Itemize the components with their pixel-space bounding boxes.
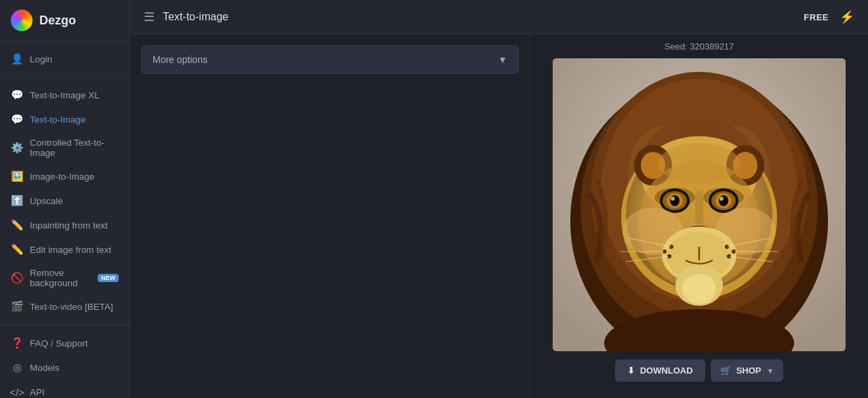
chevron-down-icon: ▼: [498, 54, 507, 65]
sidebar-item-login[interactable]: 👤 Login: [0, 47, 130, 71]
models-icon: ◎: [11, 361, 23, 374]
sidebar-api-label: API: [30, 387, 45, 397]
sidebar-item-remove-background[interactable]: 🚫 Remove background NEW: [0, 262, 130, 294]
hamburger-icon[interactable]: ☰: [144, 9, 155, 24]
sidebar-nav-section: 💬 Text-to-Image XL 💬 Text-to-Image ⚙️ Co…: [0, 77, 130, 325]
app-logo-icon: [11, 9, 33, 31]
upscale-icon: ⬆️: [11, 195, 23, 207]
sidebar-item-text-to-image-xl[interactable]: 💬 Text-to-Image XL: [0, 83, 130, 107]
shop-chevron-icon: ▼: [766, 367, 774, 375]
action-buttons: ⬇ DOWNLOAD 🛒 SHOP ▼: [615, 359, 784, 382]
sidebar-item-api[interactable]: </> API: [0, 380, 130, 398]
topbar-right: FREE ⚡: [804, 9, 854, 24]
sidebar-login-label: Login: [30, 54, 52, 64]
sidebar-item-label: Text-to-Image XL: [30, 90, 100, 100]
edit-image-icon: ✏️: [11, 243, 23, 256]
sidebar-item-label: Upscale: [30, 196, 63, 206]
left-panel: More options ▼: [130, 35, 530, 398]
download-label: DOWNLOAD: [640, 365, 693, 376]
sidebar-item-label: Text-to-video [BETA]: [30, 302, 113, 312]
page-title: Text-to-image: [163, 11, 229, 23]
text-to-image-xl-icon: 💬: [11, 89, 23, 101]
shop-button[interactable]: 🛒 SHOP ▼: [711, 359, 784, 382]
bolt-icon[interactable]: ⚡: [840, 9, 854, 24]
generated-image: [553, 58, 846, 351]
sidebar-item-label: Image-to-Image: [30, 172, 94, 182]
more-options-label: More options: [153, 54, 208, 65]
svg-point-26: [719, 195, 728, 206]
sidebar-faq-label: FAQ / Support: [30, 338, 88, 349]
inpainting-icon: ✏️: [11, 219, 23, 231]
svg-point-28: [719, 197, 724, 201]
remove-bg-icon: 🚫: [11, 272, 23, 284]
download-button[interactable]: ⬇ DOWNLOAD: [615, 359, 705, 382]
free-badge: FREE: [804, 12, 829, 22]
sidebar-item-label: Edit image from text: [30, 245, 111, 255]
sidebar: Dezgo 👤 Login 💬 Text-to-Image XL 💬 Text-…: [0, 0, 130, 398]
sidebar-logo[interactable]: Dezgo: [0, 0, 130, 41]
sidebar-item-text-to-video[interactable]: 🎬 Text-to-video [BETA]: [0, 294, 130, 319]
api-icon: </>: [11, 386, 23, 398]
new-badge: NEW: [98, 274, 119, 282]
topbar: ☰ Text-to-image FREE ⚡: [130, 0, 868, 35]
sidebar-item-text-to-image[interactable]: 💬 Text-to-Image: [0, 107, 130, 132]
svg-point-52: [658, 143, 740, 184]
text-to-video-icon: 🎬: [11, 300, 23, 313]
sidebar-item-label: Inpainting from text: [30, 220, 108, 231]
text-to-image-icon: 💬: [11, 113, 23, 125]
sidebar-item-inpainting[interactable]: ✏️ Inpainting from text: [0, 213, 130, 237]
svg-point-27: [671, 197, 675, 201]
shop-label: SHOP: [736, 365, 762, 376]
lion-svg: [553, 58, 846, 351]
app-name: Dezgo: [39, 14, 76, 28]
sidebar-item-label: Remove background: [30, 268, 88, 288]
svg-rect-29: [695, 191, 703, 224]
cart-icon: 🛒: [720, 365, 731, 376]
svg-point-25: [670, 195, 679, 206]
topbar-left: ☰ Text-to-image: [144, 9, 229, 24]
controlled-icon: ⚙️: [11, 142, 23, 154]
content-area: More options ▼ Seed: 320389217: [130, 35, 868, 398]
sidebar-item-controlled-text-to-image[interactable]: ⚙️ Controlled Text-to-Image: [0, 132, 130, 164]
sidebar-bottom-section: ❓ FAQ / Support ◎ Models </> API: [0, 325, 130, 398]
sidebar-item-label: Text-to-Image: [30, 115, 86, 125]
sidebar-item-models[interactable]: ◎ Models: [0, 355, 130, 380]
sidebar-item-edit-image[interactable]: ✏️ Edit image from text: [0, 237, 130, 262]
right-panel: Seed: 320389217: [530, 35, 868, 398]
image-to-image-icon: 🖼️: [11, 170, 23, 182]
sidebar-item-image-to-image[interactable]: 🖼️ Image-to-Image: [0, 164, 130, 188]
sidebar-models-label: Models: [30, 363, 60, 373]
sidebar-item-faq[interactable]: ❓ FAQ / Support: [0, 331, 130, 355]
sidebar-item-upscale[interactable]: ⬆️ Upscale: [0, 188, 130, 213]
sidebar-login-section: 👤 Login: [0, 41, 130, 77]
sidebar-item-label: Controlled Text-to-Image: [30, 138, 119, 158]
download-icon: ⬇: [627, 365, 635, 376]
main-content: ☰ Text-to-image FREE ⚡ More options ▼ Se…: [130, 0, 868, 398]
more-options-bar[interactable]: More options ▼: [141, 45, 519, 74]
login-icon: 👤: [11, 53, 23, 65]
svg-point-51: [682, 274, 716, 304]
seed-label: Seed: 320389217: [665, 41, 734, 52]
faq-icon: ❓: [11, 337, 23, 349]
